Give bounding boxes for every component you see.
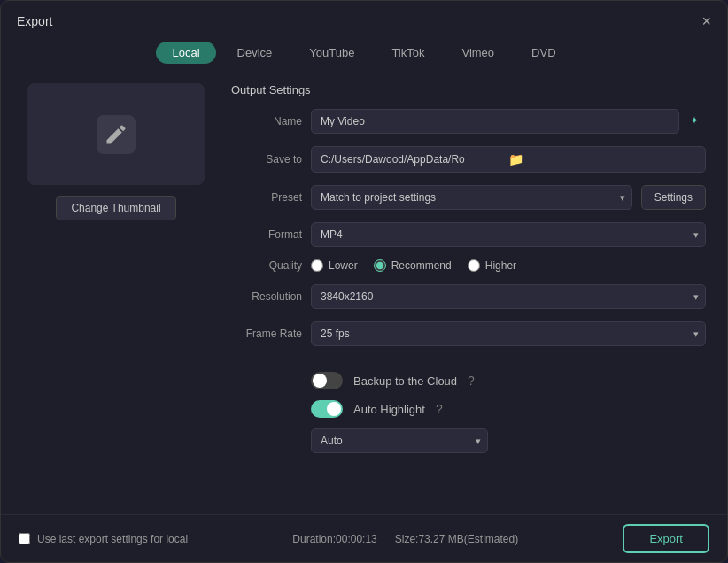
- auto-highlight-toggle[interactable]: [311, 400, 343, 418]
- format-select[interactable]: MP4: [311, 222, 706, 247]
- quality-recommend-label: Recommend: [391, 259, 452, 272]
- quality-lower-radio[interactable]: [311, 259, 323, 272]
- format-label: Format: [231, 228, 302, 241]
- resolution-row: Resolution 3840x2160: [231, 284, 706, 309]
- title-bar: Export ×: [1, 1, 727, 38]
- ai-icon[interactable]: ✦: [688, 112, 706, 132]
- name-label: Name: [231, 115, 302, 127]
- save-to-row: Save to C:/Users/Dawood/AppData/Ro 📁: [231, 146, 706, 173]
- preset-select-wrap: Match to project settings: [311, 185, 632, 210]
- left-panel: Change Thumbnail: [19, 83, 213, 505]
- save-to-field: C:/Users/Dawood/AppData/Ro 📁: [311, 146, 706, 173]
- quality-higher-radio[interactable]: [468, 259, 480, 272]
- preset-select[interactable]: Match to project settings: [311, 185, 632, 210]
- auto-highlight-help-icon[interactable]: ?: [436, 402, 443, 416]
- section-title: Output Settings: [231, 83, 706, 96]
- quality-recommend-radio[interactable]: [374, 259, 386, 272]
- frame-rate-label: Frame Rate: [231, 328, 302, 340]
- tab-vimeo[interactable]: Vimeo: [445, 42, 510, 64]
- tab-dvd[interactable]: DVD: [515, 42, 571, 64]
- change-thumbnail-button[interactable]: Change Thumbnail: [56, 196, 175, 220]
- backup-toggle[interactable]: [311, 372, 343, 389]
- preset-row: Preset Match to project settings Setting…: [231, 185, 706, 210]
- export-button[interactable]: Export: [623, 524, 709, 553]
- backup-row: Backup to the Cloud ?: [231, 372, 706, 389]
- dialog-title: Export: [17, 14, 52, 28]
- duration-text: Duration:00:00:13: [292, 533, 376, 545]
- auto-select[interactable]: Auto: [311, 428, 488, 453]
- tab-device[interactable]: Device: [221, 42, 289, 64]
- tab-tiktok[interactable]: TikTok: [376, 42, 440, 64]
- quality-higher[interactable]: Higher: [468, 259, 516, 272]
- export-info: Duration:00:00:13 Size:73.27 MB(Estimate…: [292, 533, 518, 545]
- divider: [231, 359, 706, 359]
- last-settings-checkbox[interactable]: [19, 533, 30, 544]
- settings-button[interactable]: Settings: [641, 185, 706, 210]
- resolution-label: Resolution: [231, 290, 302, 303]
- save-to-label: Save to: [231, 153, 302, 166]
- auto-select-wrap: Auto: [311, 428, 488, 453]
- name-row: Name ✦: [231, 109, 706, 134]
- frame-rate-select[interactable]: 25 fps: [311, 321, 706, 346]
- main-content: Change Thumbnail Output Settings Name ✦ …: [1, 74, 727, 514]
- resolution-select-wrap: 3840x2160: [311, 284, 706, 309]
- format-select-wrap: MP4: [311, 222, 706, 247]
- quality-row: Quality Lower Recommend Higher: [231, 259, 706, 272]
- export-dialog: Export × Local Device YouTube TikTok Vim…: [0, 0, 728, 563]
- frame-rate-row: Frame Rate 25 fps: [231, 321, 706, 346]
- name-input[interactable]: [311, 109, 679, 134]
- svg-text:✦: ✦: [690, 114, 699, 126]
- frame-rate-select-wrap: 25 fps: [311, 321, 706, 346]
- backup-help-icon[interactable]: ?: [468, 374, 475, 388]
- format-row: Format MP4: [231, 222, 706, 247]
- folder-icon[interactable]: 📁: [508, 152, 696, 166]
- tab-bar: Local Device YouTube TikTok Vimeo DVD: [1, 38, 727, 74]
- save-to-value: C:/Users/Dawood/AppData/Ro: [321, 153, 508, 166]
- last-settings-row: Use last export settings for local: [19, 533, 188, 545]
- preset-label: Preset: [231, 191, 302, 204]
- quality-higher-label: Higher: [485, 259, 516, 272]
- quality-recommend[interactable]: Recommend: [374, 259, 452, 272]
- auto-highlight-label: Auto Highlight: [353, 403, 425, 416]
- tab-local[interactable]: Local: [156, 42, 215, 64]
- backup-label: Backup to the Cloud: [353, 374, 457, 388]
- resolution-select[interactable]: 3840x2160: [311, 284, 706, 309]
- right-panel: Output Settings Name ✦ Save to C:/Users/…: [231, 83, 709, 505]
- tab-youtube[interactable]: YouTube: [293, 42, 370, 64]
- last-settings-label: Use last export settings for local: [37, 533, 188, 545]
- thumbnail-icon: [97, 115, 136, 154]
- quality-lower[interactable]: Lower: [311, 259, 358, 272]
- auto-highlight-row: Auto Highlight ?: [231, 400, 706, 418]
- thumbnail-preview: [27, 83, 205, 185]
- bottom-bar: Use last export settings for local Durat…: [1, 514, 727, 562]
- quality-radio-group: Lower Recommend Higher: [311, 259, 516, 272]
- quality-label: Quality: [231, 259, 302, 272]
- quality-lower-label: Lower: [329, 259, 358, 272]
- close-button[interactable]: ×: [701, 13, 711, 29]
- size-text: Size:73.27 MB(Estimated): [395, 533, 518, 545]
- auto-row: Auto: [231, 428, 706, 453]
